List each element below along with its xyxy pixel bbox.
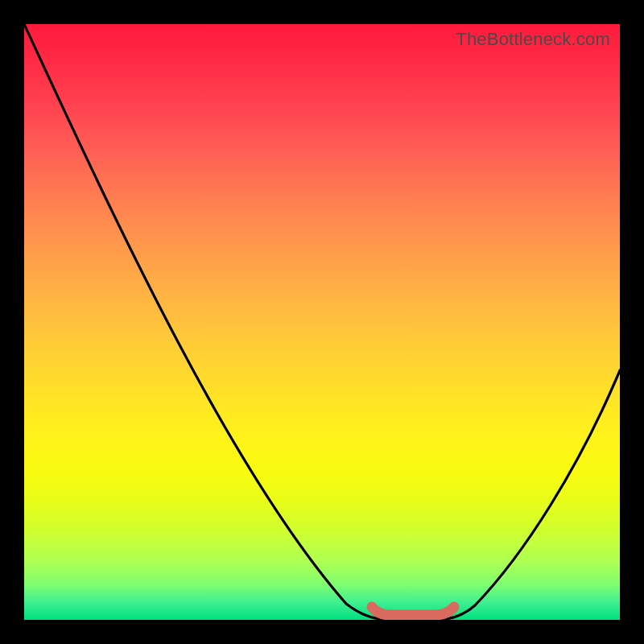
chart-container: TheBottleneck.com xyxy=(0,0,644,644)
chart-svg xyxy=(24,24,620,620)
bottleneck-curve xyxy=(24,24,620,620)
optimal-range-marker xyxy=(372,607,454,615)
plot-area: TheBottleneck.com xyxy=(24,24,620,620)
